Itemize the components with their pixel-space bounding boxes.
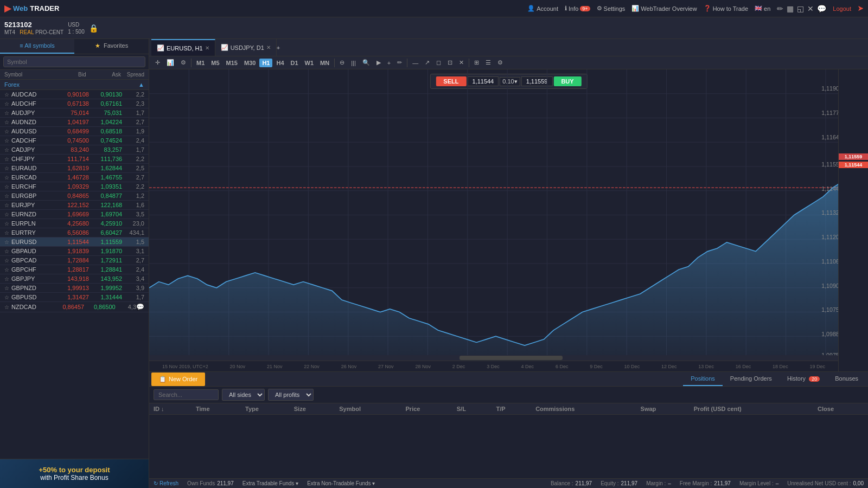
symbol-row-audcad[interactable]: ☆ AUDCAD 0,90108 0,90130 2,2 (0, 90, 149, 99)
promo-banner[interactable]: +50% to your deposit with Profit Share B… (0, 459, 149, 488)
toolbar-indicators[interactable]: ⊞ (471, 58, 482, 67)
tf-m5[interactable]: M5 (208, 59, 222, 67)
toolbar-settings[interactable]: ⚙ (178, 58, 189, 67)
symbol-search-input[interactable] (3, 56, 145, 67)
toolbar-draw[interactable]: ✏ (394, 58, 405, 67)
symbol-row-gbpusd[interactable]: ☆ GBPUSD 1,31427 1,31444 1,7 (0, 293, 149, 302)
symbol-row-eurpln[interactable]: ☆ EURPLN 4,25680 4,25910 23,0 (0, 219, 149, 228)
star-icon-audchf[interactable]: ☆ (4, 101, 9, 107)
toolbar-shapes[interactable]: ◻ (433, 58, 444, 67)
symbol-row-eurnzd[interactable]: ☆ EURNZD 1,69669 1,69704 3,5 (0, 210, 149, 219)
symbol-row-cadjpy[interactable]: ☆ CADJPY 83,240 83,257 1,7 (0, 145, 149, 155)
symbol-row-audusd[interactable]: ☆ AUDUSD 0,68499 0,68518 1,9 (0, 127, 149, 136)
nav-info[interactable]: ℹ Info 9+ (565, 5, 590, 12)
star-icon-eurjpy[interactable]: ☆ (4, 202, 9, 208)
symbol-row-eurusd[interactable]: ☆ EURUSD 1,11544 1,11559 1,5 (0, 237, 149, 247)
star-icon-eurnzd[interactable]: ☆ (4, 211, 9, 217)
star-icon-cadchf[interactable]: ☆ (4, 138, 9, 144)
symbol-row-audchf[interactable]: ☆ AUDCHF 0,67138 0,67161 2,3 (0, 99, 149, 108)
star-icon-audjpy[interactable]: ☆ (4, 110, 9, 116)
tab-history[interactable]: History 20 (780, 372, 827, 386)
symbol-row-chfjpy[interactable]: ☆ CHFJPY 111,714 111,736 2,2 (0, 155, 149, 164)
lock-icon[interactable]: 🔒 (89, 24, 98, 33)
nav-webtrader-overview[interactable]: 📊 WebTrader Overview (631, 5, 697, 12)
toolbar-zoom-bar[interactable]: ||| (348, 59, 359, 67)
star-icon-gbpaud[interactable]: ☆ (4, 248, 9, 254)
refresh-button[interactable]: ↻ Refresh (154, 480, 178, 486)
new-order-button[interactable]: 📋 New Order (151, 373, 205, 386)
toolbar-line[interactable]: — (410, 59, 421, 67)
star-icon-eurtry[interactable]: ☆ (4, 230, 9, 236)
toolbar-candlestick[interactable]: 📊 (164, 58, 177, 67)
star-icon-nzdcad[interactable]: ☆ (4, 304, 9, 310)
extra-tradable-button[interactable]: Extra Tradable Funds ▾ (242, 480, 298, 486)
col-tp[interactable]: T/P (492, 403, 531, 415)
col-type[interactable]: Type (241, 403, 290, 415)
star-icon-gbpjpy[interactable]: ☆ (4, 276, 9, 282)
tf-w1[interactable]: W1 (302, 59, 317, 67)
tab-pending-orders[interactable]: Pending Orders (723, 372, 780, 386)
symbol-row-gbpnzd[interactable]: ☆ GBPNZD 1,99913 1,99952 3,9 (0, 284, 149, 293)
nav-language[interactable]: 🇬🇧 en (755, 5, 770, 12)
tf-mn[interactable]: MN (317, 59, 332, 67)
nav-settings[interactable]: ⚙ Settings (597, 5, 626, 12)
symbol-row-eurjpy[interactable]: ☆ EURJPY 122,152 122,168 1,6 (0, 201, 149, 210)
star-icon-eurchf[interactable]: ☆ (4, 184, 9, 190)
chat-icon[interactable]: 💬 (817, 4, 826, 13)
tab-positions[interactable]: Positions (683, 372, 723, 386)
toolbar-fibonaci[interactable]: ⊡ (445, 58, 455, 67)
col-price[interactable]: Price (401, 403, 452, 415)
symbol-row-eurchf[interactable]: ☆ EURCHF 1,09329 1,09351 2,2 (0, 182, 149, 191)
star-icon-audcad[interactable]: ☆ (4, 92, 9, 98)
nav-account[interactable]: 👤 Account (527, 5, 558, 12)
col-sl[interactable]: S/L (452, 403, 492, 415)
star-icon-audnzd[interactable]: ☆ (4, 119, 9, 125)
chart-scrollbar-thumb[interactable] (459, 356, 563, 360)
nav-how-to-trade[interactable]: ❓ How to Trade (704, 5, 748, 12)
symbol-row-eurtry[interactable]: ☆ EURTRY 6,56086 6,60427 434,1 (0, 228, 149, 237)
symbol-row-eurcad[interactable]: ☆ EURCAD 1,46728 1,46755 2,7 (0, 173, 149, 182)
toolbar-delete[interactable]: ✕ (456, 58, 467, 67)
tf-d1[interactable]: D1 (288, 59, 301, 67)
star-icon-cadjpy[interactable]: ☆ (4, 147, 9, 153)
tf-m30[interactable]: M30 (241, 59, 258, 67)
star-icon-eurgbp[interactable]: ☆ (4, 193, 9, 199)
tf-h4[interactable]: H4 (273, 59, 286, 67)
window-icon[interactable]: ◱ (797, 4, 804, 13)
sides-filter[interactable]: All sides All sidesBuySell (222, 389, 265, 401)
close-icon[interactable]: ✕ (807, 4, 814, 13)
col-size[interactable]: Size (290, 403, 335, 415)
star-icon-gbpusd[interactable]: ☆ (4, 294, 9, 300)
toolbar-cursor[interactable]: ▶ (374, 58, 384, 67)
col-swap[interactable]: Swap (636, 403, 690, 415)
symbol-chat-icon[interactable]: 💬 (136, 303, 144, 311)
positions-search-input[interactable] (154, 389, 219, 400)
extra-non-tradable-button[interactable]: Extra Non-Tradable Funds ▾ (307, 480, 375, 486)
chart-scrollbar[interactable] (149, 355, 838, 361)
star-icon-gbpcad[interactable]: ☆ (4, 258, 9, 264)
symbol-row-gbpaud[interactable]: ☆ GBPAUD 1,91839 1,91870 3,1 (0, 247, 149, 256)
star-icon-eurcad[interactable]: ☆ (4, 175, 9, 181)
forex-group-header[interactable]: Forex ▲ (0, 80, 149, 90)
col-commissions[interactable]: Commissions (531, 403, 636, 415)
profits-filter[interactable]: All profits All profitsProfitLoss (268, 389, 314, 401)
pencil-icon[interactable]: ✏ (777, 4, 783, 13)
chart-tab-eurusd[interactable]: 📈 EURUSD, H1 ✕ (151, 39, 215, 56)
col-symbol[interactable]: Symbol (335, 403, 401, 415)
col-close[interactable]: Close (813, 403, 868, 415)
chart-tab-usdjpy[interactable]: 📈 USDJPY, D1 ✕ (215, 39, 277, 56)
col-time[interactable]: Time (192, 403, 241, 415)
star-icon-eurusd[interactable]: ☆ (4, 239, 9, 245)
symbol-row-cadchf[interactable]: ☆ CADCHF 0,74500 0,74524 2,4 (0, 136, 149, 145)
toolbar-crosshair[interactable]: ✛ (152, 58, 163, 67)
col-id[interactable]: ID ↓ (149, 403, 192, 415)
add-chart-button[interactable]: + (277, 44, 280, 51)
toolbar-zoom-in[interactable]: 🔍 (360, 58, 373, 67)
logout-button[interactable]: Logout (833, 5, 851, 12)
symbol-row-gbpcad[interactable]: ☆ GBPCAD 1,72884 1,72911 2,7 (0, 256, 149, 265)
star-icon-euraud[interactable]: ☆ (4, 165, 9, 171)
tf-h1[interactable]: H1 (259, 59, 272, 67)
close-chart-usdjpy[interactable]: ✕ (266, 44, 271, 50)
toolbar-more[interactable]: ⚙ (495, 58, 506, 67)
star-icon-gbpnzd[interactable]: ☆ (4, 285, 9, 291)
